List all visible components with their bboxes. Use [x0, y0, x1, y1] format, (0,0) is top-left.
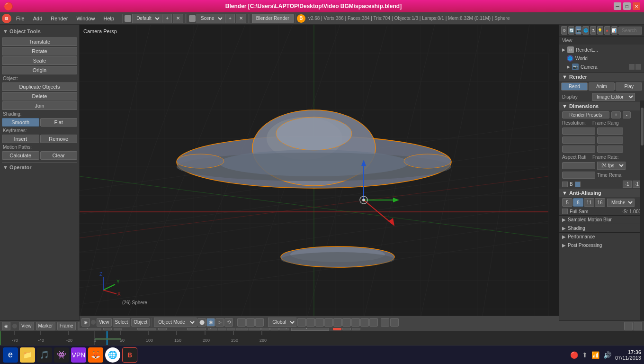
b-checkbox[interactable] — [562, 182, 568, 187]
display-select[interactable]: Image Editor — [592, 93, 635, 101]
scale-button[interactable]: Scale — [2, 56, 77, 65]
origin-button[interactable]: Origin — [2, 66, 77, 74]
rp-world-item[interactable]: 🌐 World — [559, 54, 644, 63]
taskbar-icon-firefox[interactable]: 🦊 — [88, 347, 103, 363]
render-anim-btn[interactable]: Anim — [589, 82, 615, 91]
render-section-title[interactable]: ▼ Render — [559, 73, 644, 81]
rp-camera-item[interactable]: ▶ 📷 Camera — [559, 63, 644, 71]
sampled-motion-section[interactable]: ▶ Sampled Motion Blur — [559, 215, 644, 224]
aa-5-btn[interactable]: 5 — [562, 198, 572, 207]
timeline-marker-btn[interactable]: Marker — [36, 322, 55, 330]
transform-icon-1[interactable] — [297, 318, 306, 327]
aa-8-btn[interactable]: 8 — [573, 198, 583, 207]
right-panel-scrollbar[interactable] — [640, 100, 644, 328]
minimize-button[interactable]: ─ — [614, 2, 621, 10]
aa-11-btn[interactable]: 11 — [584, 198, 594, 207]
scene-remove[interactable]: ✕ — [236, 14, 246, 23]
shading-section[interactable]: ▶ Shading — [559, 224, 644, 232]
frame-end-input[interactable]: End : 50 — [597, 136, 623, 144]
render-play-btn[interactable]: Play — [616, 82, 642, 91]
viewport-icon-1[interactable]: ⬤ — [197, 318, 206, 327]
scene-select[interactable]: Scene — [197, 14, 224, 23]
pivot-icon[interactable] — [246, 318, 255, 327]
timeline-bar[interactable]: -70 -40 -20 0 50 100 150 200 250 280 — [0, 331, 644, 345]
snap-icon[interactable] — [237, 318, 246, 327]
global-select[interactable]: Global — [268, 318, 296, 327]
taskbar-icon-ie[interactable]: e — [3, 347, 18, 363]
res-x-input[interactable]: X: 1920 — [562, 127, 595, 135]
rp-render-layers-item[interactable]: ▶ R RenderL... — [559, 46, 644, 54]
layer-icon-2[interactable] — [390, 318, 399, 327]
menu-file[interactable]: File — [12, 15, 28, 22]
flat-button[interactable]: Flat — [40, 118, 78, 127]
taskbar-icon-game[interactable]: 👾 — [54, 347, 69, 363]
render-rend-btn[interactable]: Rend — [561, 82, 588, 91]
render-presets-add[interactable]: + — [611, 111, 621, 118]
aspect-y-input[interactable]: Y: 1.000 — [562, 172, 595, 179]
timeline-icon-4[interactable] — [624, 322, 633, 330]
viewport-icon-3[interactable]: ▷ — [215, 318, 224, 327]
performance-section[interactable]: ▶ Performance — [559, 232, 644, 241]
filter-select[interactable]: Mitchell- — [607, 199, 635, 207]
viewport-object-btn[interactable]: Object — [131, 318, 150, 327]
rotate-button[interactable]: Rotate — [2, 47, 77, 55]
menu-render[interactable]: Render — [47, 15, 72, 22]
viewport-view-btn[interactable]: View — [97, 318, 112, 327]
smooth-button[interactable]: Smooth — [2, 118, 39, 127]
close-button[interactable]: ✕ — [633, 2, 640, 10]
timeline-view-btn[interactable]: View — [19, 322, 34, 330]
camera-eye-icon[interactable] — [629, 64, 635, 70]
clear-button[interactable]: Clear — [40, 151, 78, 160]
frame-current-input[interactable]: Fram : 1 — [597, 146, 623, 153]
transform-icon-3[interactable] — [315, 318, 324, 327]
calculate-button[interactable]: Calculate — [2, 151, 39, 160]
layout-add[interactable]: + — [162, 14, 172, 23]
rp-icon-5[interactable]: ⚗ — [590, 26, 596, 35]
antialiasing-section-title[interactable]: ▼ Anti-Aliasing — [559, 189, 644, 197]
menu-window[interactable]: Window — [72, 15, 98, 22]
object-mode-select[interactable]: Object Mode — [154, 318, 197, 327]
layout-remove[interactable]: ✕ — [173, 14, 183, 23]
insert-button[interactable]: Insert — [2, 135, 39, 143]
transform-icon-2[interactable] — [306, 318, 315, 327]
menu-add[interactable]: Add — [29, 15, 46, 22]
rp-icon-4[interactable]: 🌐 — [582, 26, 589, 35]
rp-search-input[interactable] — [618, 27, 642, 35]
taskbar-icon-media[interactable]: 🎵 — [37, 347, 52, 363]
b-checkbox-2[interactable] — [575, 182, 581, 187]
rp-icon-6[interactable]: 💡 — [597, 26, 603, 35]
viewport-select-btn[interactable]: Select — [113, 318, 131, 327]
layer-icon-1[interactable] — [381, 318, 389, 327]
dimensions-section-title[interactable]: ▼ Dimensions — [559, 102, 644, 110]
delete-button[interactable]: Delete — [2, 92, 77, 100]
viewport[interactable]: Camera Persp + — [80, 25, 559, 328]
timeline-frame-btn[interactable]: Frame — [57, 322, 76, 330]
taskbar-icon-explorer[interactable]: 📁 — [20, 347, 35, 363]
tray-network-icon[interactable]: 📶 — [591, 351, 599, 359]
render-engine-select[interactable]: Blender Render — [252, 14, 294, 23]
viewport-icon-4[interactable]: ⟲ — [224, 318, 233, 327]
remove-button[interactable]: Remove — [40, 135, 78, 143]
rp-icon-2[interactable]: 🔄 — [568, 26, 574, 35]
res-pct-input[interactable]: 50% — [562, 146, 595, 153]
render-presets-remove[interactable]: - — [623, 111, 631, 118]
timeline-dot[interactable] — [12, 324, 17, 328]
aa-16-btn[interactable]: 16 — [595, 198, 605, 207]
join-button[interactable]: Join — [2, 101, 77, 110]
taskbar-icon-vpn[interactable]: VPN — [71, 347, 86, 363]
viewport-icon-2[interactable]: ◉ — [206, 318, 215, 327]
timeline-mode-icon[interactable]: ◉ — [2, 322, 10, 330]
aspect-x-input[interactable]: : 1.000 — [562, 162, 595, 169]
render-presets-btn[interactable]: Render Presets — [562, 111, 609, 118]
timeline-icon-5[interactable] — [634, 322, 642, 330]
translate-button[interactable]: Translate — [2, 37, 77, 46]
layout-select[interactable]: Default — [132, 14, 161, 23]
minus-one-1[interactable]: ·1 — [623, 181, 631, 188]
taskbar-icon-chrome[interactable]: 🌐 — [105, 347, 120, 363]
maximize-button[interactable]: □ — [623, 2, 631, 10]
res-y-input[interactable]: Y: 1080 — [562, 136, 595, 144]
rp-icon-7[interactable]: 🔺 — [604, 26, 610, 35]
rp-icon-1[interactable]: ⚙ — [561, 26, 567, 35]
transform-icon-6[interactable] — [342, 318, 351, 327]
proportional-icon[interactable] — [255, 318, 264, 327]
